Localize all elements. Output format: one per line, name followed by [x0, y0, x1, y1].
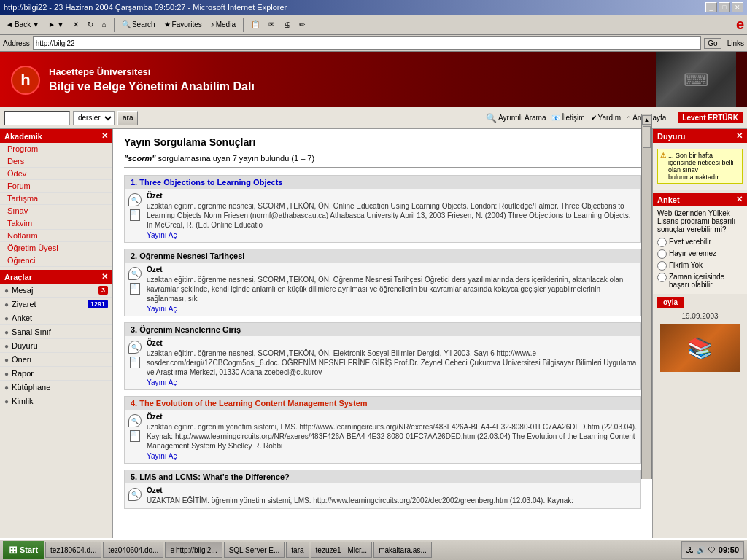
ozet-label-4: Özet: [147, 413, 638, 421]
sidebar-item-program[interactable]: Program: [0, 143, 112, 155]
result-header-1[interactable]: 1. Three Objections to Learning Objects: [125, 176, 640, 189]
site-title: Hacettepe Üniversitesi Bilgi ve Belge Yö…: [49, 66, 255, 93]
result-item-5: 5. LMS and LCMS: What's the Difference? …: [124, 470, 641, 509]
history-button[interactable]: 📋: [248, 19, 263, 30]
ie-toolbar: ◄ Back ▼ ► ▼ ✕ ↻ ⌂ 🔍 Search ★ Favorites …: [0, 15, 747, 35]
radio-option-4[interactable]: Zaman içerisinde başarı olabilir: [657, 273, 743, 289]
akademik-section: Akademik ✕ Program Ders Ödev Forum Tartı…: [0, 129, 112, 267]
radio-option-2[interactable]: Hayır veremez: [657, 249, 743, 259]
edit-button[interactable]: ✏: [296, 19, 308, 30]
dot-icon: ●: [4, 287, 9, 295]
sidebar-item-ogrenci[interactable]: Öğrenci: [0, 254, 112, 267]
result-header-3[interactable]: 3. Öğrenim Nesnelerine Giriş: [125, 323, 640, 336]
back-arrow-icon: ◄: [6, 20, 13, 28]
site-header: h Hacettepe Üniversitesi Bilgi ve Belge …: [0, 52, 747, 107]
window-controls[interactable]: _ □ ✕: [705, 2, 743, 12]
sidebar-item-sinav[interactable]: Sınav: [0, 205, 112, 217]
result-header-2[interactable]: 2. Öğrenme Nesnesi Tarihçesi: [125, 249, 640, 262]
favorites-button[interactable]: ★ Favorites: [161, 19, 205, 30]
duyuru-header: Duyuru ✕: [653, 129, 747, 143]
ozet-text-1: uzaktan eğitim. öğrenme nesnesi, SCORM ,…: [147, 201, 638, 230]
radio-evet[interactable]: [657, 238, 667, 247]
anket-date: 19.09.2003: [653, 311, 747, 322]
user-badge[interactable]: Levent ERTÜRK: [678, 112, 743, 123]
nav-search-input[interactable]: [4, 111, 70, 125]
tools-item-duyuru[interactable]: ● Duyuru: [0, 339, 112, 353]
toolbar-separator2: [243, 18, 244, 32]
minimize-btn[interactable]: _: [705, 2, 717, 12]
result-header-4[interactable]: 4. The Evolution of the Learning Content…: [125, 397, 640, 410]
sidebar-item-ogretim[interactable]: Öğretim Üyesi: [0, 242, 112, 254]
radio-option-3[interactable]: Fikrim Yok: [657, 261, 743, 271]
search-submit-button[interactable]: ara: [117, 111, 138, 125]
dot-icon: ●: [4, 370, 9, 378]
oyla-button[interactable]: oyla: [657, 297, 684, 308]
back-button[interactable]: ◄ Back ▼: [3, 19, 42, 30]
result-icon-4: 🔍 📄: [128, 413, 142, 460]
maximize-btn[interactable]: □: [719, 2, 730, 12]
content-title: Yayın Sorgulama Sonuçları: [124, 136, 641, 148]
help-icon: ✔: [591, 114, 597, 122]
sidebar-item-forum[interactable]: Forum: [0, 180, 112, 192]
mail-button[interactable]: ✉: [266, 19, 277, 30]
yayin-link-4[interactable]: Yayını Aç: [147, 452, 638, 460]
anket-close-btn[interactable]: ✕: [736, 195, 743, 204]
yayin-link-3[interactable]: Yayını Aç: [147, 378, 638, 386]
radio-option-1[interactable]: Evet verebilir: [657, 238, 743, 247]
advanced-search-icon: 🔍: [486, 113, 497, 123]
sidebar-item-notlarim[interactable]: Notlarım: [0, 230, 112, 242]
search-button[interactable]: 🔍 Search: [119, 19, 158, 30]
tools-item-oneri[interactable]: ● Öneri: [0, 353, 112, 367]
book-image: 📚: [660, 324, 740, 372]
print-button[interactable]: 🖨: [280, 19, 293, 30]
radio-zaman[interactable]: [657, 273, 667, 282]
address-input[interactable]: [33, 36, 702, 50]
advanced-search-link[interactable]: 🔍 Ayrıntılı Arama: [486, 113, 546, 123]
duyuru-close-btn[interactable]: ✕: [736, 131, 743, 141]
akademik-close-btn[interactable]: ✕: [101, 131, 108, 141]
result-item-2: 2. Öğrenme Nesnesi Tarihçesi 🔍 📄 Özet uz…: [124, 249, 641, 316]
sidebar-item-odev[interactable]: Ödev: [0, 168, 112, 180]
sidebar-item-takvim[interactable]: Takvim: [0, 217, 112, 230]
department-name: Bilgi ve Belge Yönetimi Anabilim Dalı: [49, 80, 255, 93]
result-body-5: 🔍 Özet UZAKTAN EĞİTİM. öğrenim yönetim s…: [125, 483, 640, 508]
home-button[interactable]: ⌂: [99, 19, 109, 30]
tools-item-ziyaret[interactable]: ● Ziyaret 1291: [0, 298, 112, 311]
close-btn[interactable]: ✕: [732, 2, 743, 12]
tools-item-anket[interactable]: ● Anket: [0, 311, 112, 325]
help-link[interactable]: ✔ Yardım: [591, 114, 622, 122]
home-icon: ⌂: [627, 114, 631, 122]
yayin-link-2[interactable]: Yayını Aç: [147, 305, 638, 313]
go-button[interactable]: Go: [704, 38, 721, 49]
site-logo: h: [11, 66, 40, 95]
nav-links: 🔍 Ayrıntılı Arama 📧 İletişim ✔ Yardım ⌂ …: [486, 112, 743, 123]
tools-item-sanal[interactable]: ● Sanal Sınıf: [0, 325, 112, 339]
tools-item-kimlik[interactable]: ● Kimlik: [0, 394, 112, 408]
header-photo: ⌨: [656, 52, 736, 107]
media-button[interactable]: ♪ Media: [208, 19, 239, 30]
media-icon: ♪: [211, 20, 214, 28]
tools-item-rapor[interactable]: ● Rapor: [0, 367, 112, 381]
sidebar: Akademik ✕ Program Ders Ödev Forum Tartı…: [0, 129, 113, 538]
sidebar-item-tartisma[interactable]: Tartışma: [0, 192, 112, 205]
result-content-5: Özet UZAKTAN EĞİTİM. öğrenim yönetim sis…: [147, 486, 638, 505]
search-result-icon: 🔍: [128, 341, 142, 354]
ozet-text-4: uzaktan eğitim. öğrenim yönetim sistemi,…: [147, 422, 638, 451]
sidebar-item-ders[interactable]: Ders: [0, 155, 112, 168]
forward-button[interactable]: ► ▼: [45, 19, 67, 30]
result-header-5[interactable]: 5. LMS and LCMS: What's the Difference?: [125, 470, 640, 483]
result-icon-2: 🔍 📄: [128, 265, 142, 313]
dot-icon: ●: [4, 397, 9, 405]
tools-close-btn[interactable]: ✕: [101, 272, 108, 281]
refresh-button[interactable]: ↻: [85, 19, 96, 30]
result-content-2: Özet uzaktan eğitim. öğrenme nesnesi, SC…: [147, 265, 638, 313]
radio-hayir[interactable]: [657, 249, 667, 259]
tools-item-mesaj[interactable]: ● Mesaj 3: [0, 284, 112, 298]
tools-item-kutuphane[interactable]: ● Kütüphane: [0, 381, 112, 394]
yayin-link-1[interactable]: Yayını Aç: [147, 231, 638, 239]
duyuru-section: Duyuru ✕ ⚠ ... Son bir hafta içerisinde …: [653, 129, 747, 190]
stop-button[interactable]: ✕: [70, 19, 82, 30]
radio-fikrim[interactable]: [657, 261, 667, 271]
contact-link[interactable]: 📧 İletişim: [551, 114, 584, 122]
search-category-select[interactable]: dersler: [73, 111, 115, 125]
